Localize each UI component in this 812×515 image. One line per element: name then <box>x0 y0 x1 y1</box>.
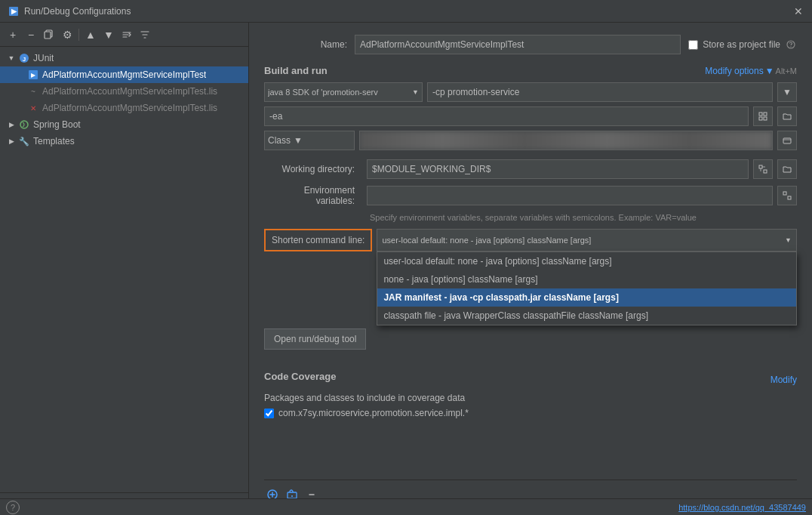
modify-options-arrow: ▼ <box>765 66 774 76</box>
package-checkbox-item: com.x7sy.microservice.promotion.service.… <box>264 408 797 418</box>
shorten-section: Shorten command line: user-local default… <box>264 229 797 251</box>
tree-item-spring-boot[interactable]: ▶ Spring Boot <box>0 116 248 133</box>
class-dropdown[interactable]: Class ▼ <box>264 131 355 150</box>
shorten-dropdown[interactable]: user-local default: none - java [options… <box>377 229 797 251</box>
code-coverage-section: Code Coverage Modify Packages and classe… <box>264 371 797 423</box>
cp-input[interactable]: -cp promotion-service <box>427 82 773 102</box>
store-as-project-checkbox[interactable] <box>688 40 698 50</box>
add-config-button[interactable]: + <box>5 26 21 43</box>
junit-label: JUnit <box>33 53 54 63</box>
ea-expand-icon[interactable] <box>753 106 773 126</box>
move-up-button[interactable]: ▲ <box>82 26 99 43</box>
tree-item-adplatform-selected[interactable]: ▶ AdPlatformAccountMgmtServiceImplTest <box>0 66 248 83</box>
env-browse-icon[interactable] <box>777 186 797 205</box>
env-hint-row: Specify environment variables, separate … <box>264 212 797 223</box>
help-button[interactable]: ? <box>6 501 20 514</box>
java-sdk-row: java 8 SDK of 'promotion-serv ▼ -cp prom… <box>264 82 797 102</box>
svg-rect-14 <box>764 117 767 120</box>
class-dropdown-arrow: ▼ <box>294 135 303 146</box>
shorten-option-jar-manifest[interactable]: JAR manifest - java -cp classpath.jar cl… <box>377 288 796 307</box>
shorten-option-none[interactable]: none - java [options] className [args] <box>377 270 796 288</box>
status-bar-left: ? <box>6 501 20 514</box>
env-variables-row: Environment variables: <box>264 185 797 206</box>
spring-icon <box>18 119 30 131</box>
store-settings-icon[interactable] <box>785 39 797 51</box>
tree-item-adplatform-lis1[interactable]: ~ AdPlatformAccountMgmtServiceImplTest.l… <box>0 83 248 100</box>
adplatform-label-selected: AdPlatformAccountMgmtServiceImplTest <box>42 69 206 80</box>
tree-item-templates[interactable]: ▶ 🔧 Templates <box>0 133 248 150</box>
tree-item-adplatform-lis2[interactable]: ✕ AdPlatformAccountMgmtServiceImplTest.l… <box>0 100 248 116</box>
name-row: Name: Store as project file <box>264 35 797 54</box>
svg-rect-16 <box>759 165 762 168</box>
adplatform-lis1-label: AdPlatformAccountMgmtServiceImplTest.lis <box>42 86 217 97</box>
svg-text:J: J <box>23 56 26 63</box>
shorten-option-classpath-file[interactable]: classpath file - java WrapperClass class… <box>377 307 796 325</box>
working-dir-expand-icon[interactable] <box>753 159 773 179</box>
env-hint-text: Specify environment variables, separate … <box>370 213 697 222</box>
title-bar: ▶ Run/Debug Configurations ✕ <box>0 0 812 23</box>
cp-value: -cp promotion-service <box>432 87 519 97</box>
name-input[interactable] <box>355 35 681 54</box>
class-browse-icon[interactable] <box>777 131 797 150</box>
test-icon-selected: ▶ <box>27 69 39 81</box>
shorten-label-text: Shorten command line: <box>272 235 364 245</box>
junit-icon: J <box>18 52 30 64</box>
package-value: com.x7sy.microservice.promotion.service.… <box>278 408 469 418</box>
shorten-label: Shorten command line: <box>264 229 372 251</box>
svg-rect-3 <box>45 32 51 39</box>
ea-folder-icon[interactable] <box>777 106 797 126</box>
class-value-container <box>359 131 773 150</box>
working-directory-value: $MODULE_WORKING_DIR$ <box>372 164 491 174</box>
templates-label: Templates <box>33 136 75 146</box>
svg-rect-13 <box>759 117 762 120</box>
ea-row: -ea <box>264 106 797 126</box>
copy-config-button[interactable] <box>41 26 57 43</box>
app-icon: ▶ <box>8 5 20 17</box>
env-variables-label: Environment variables: <box>264 185 362 206</box>
csdn-link[interactable]: https://blog.csdn.net/qq_43587449 <box>678 503 806 512</box>
shorten-arrow: ▼ <box>785 236 792 244</box>
test-icon-lis1: ~ <box>27 85 39 97</box>
close-button[interactable]: ✕ <box>792 5 804 17</box>
svg-text:▶: ▶ <box>31 72 36 79</box>
template-icon: 🔧 <box>18 135 30 147</box>
shorten-row: Shorten command line: user-local default… <box>264 229 797 251</box>
working-directory-input[interactable]: $MODULE_WORKING_DIR$ <box>367 159 749 179</box>
spring-boot-label: Spring Boot <box>33 119 81 130</box>
ea-input[interactable]: -ea <box>264 106 749 126</box>
remove-config-button[interactable]: − <box>23 26 39 43</box>
junit-arrow: ▼ <box>6 53 17 63</box>
working-dir-folder-icon[interactable] <box>777 159 797 179</box>
settings-button[interactable]: ⚙ <box>59 26 75 43</box>
store-as-project-label: Store as project file <box>703 39 780 50</box>
cp-settings-icon[interactable]: ▼ <box>777 82 797 102</box>
shorten-dropdown-menu: user-local default: none - java [options… <box>377 251 797 325</box>
env-variables-input[interactable] <box>367 186 773 205</box>
shorten-option-user-local[interactable]: user-local default: none - java [options… <box>377 252 796 270</box>
tree-item-junit[interactable]: ▼ J JUnit <box>0 50 248 66</box>
move-down-button[interactable]: ▼ <box>100 26 117 43</box>
code-coverage-modify[interactable]: Modify <box>770 375 797 385</box>
modify-options-button[interactable]: Modify options ▼ Alt+M <box>705 66 797 76</box>
svg-rect-15 <box>783 138 791 143</box>
svg-rect-18 <box>783 192 786 195</box>
config-tree: ▼ J JUnit ▶ AdPlatformAccountMgm <box>0 47 248 492</box>
package-checkbox[interactable] <box>264 409 274 418</box>
svg-point-10 <box>790 46 791 47</box>
sort-button[interactable] <box>137 26 153 43</box>
working-directory-label: Working directory: <box>264 164 362 174</box>
adplatform-lis2-label: AdPlatformAccountMgmtServiceImplTest.lis <box>42 103 217 113</box>
shorten-current-value: user-local default: none - java [options… <box>382 236 591 245</box>
svg-rect-19 <box>788 196 791 199</box>
working-directory-row: Working directory: $MODULE_WORKING_DIR$ <box>264 159 797 179</box>
shortcut-alt-m: Alt+M <box>776 66 797 76</box>
open-run-debug-button[interactable]: Open run/debug tool <box>264 328 366 350</box>
title-bar-text: Run/Debug Configurations <box>24 6 792 17</box>
java-sdk-dropdown[interactable]: java 8 SDK of 'promotion-serv ▼ <box>264 82 423 102</box>
java-sdk-value: java 8 SDK of 'promotion-serv <box>268 88 378 97</box>
move-to-group-button[interactable] <box>118 26 135 43</box>
spring-arrow: ▶ <box>6 119 17 130</box>
java-sdk-arrow: ▼ <box>412 88 419 96</box>
name-label: Name: <box>264 39 355 50</box>
svg-rect-12 <box>764 113 767 116</box>
